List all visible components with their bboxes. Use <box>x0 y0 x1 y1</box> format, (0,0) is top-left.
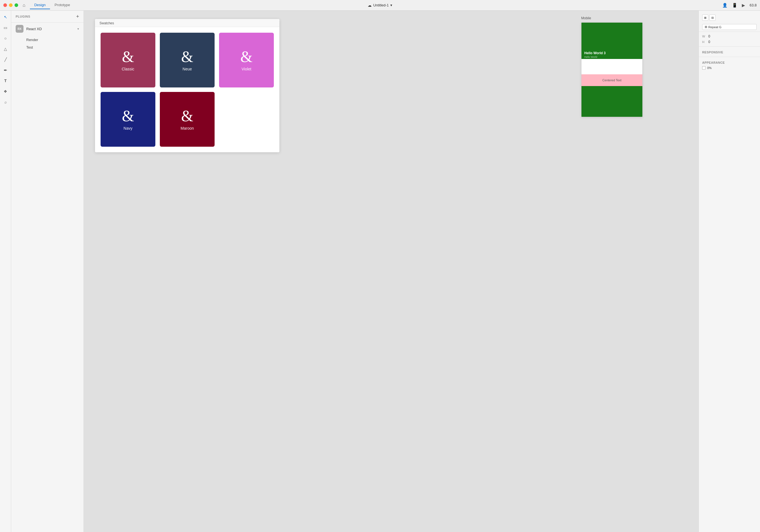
tab-prototype[interactable]: Prototype <box>50 1 74 9</box>
play-icon[interactable]: ▶ <box>742 3 745 8</box>
swatch-violet-name: Violet <box>242 67 252 71</box>
doc-title-area: ☁ Untitled-1 ▾ <box>368 3 393 8</box>
tool-panel: ↖ ▭ ○ △ ╱ ✒ T ❖ ⌕ <box>0 11 11 532</box>
swatch-maroon-name: Maroon <box>180 126 194 130</box>
divider-3 <box>699 57 760 57</box>
user-icon[interactable]: 👤 <box>722 3 728 8</box>
tabs: Design Prototype <box>30 1 74 9</box>
swatches-label: Swatches <box>95 19 279 27</box>
line-tool[interactable]: ╱ <box>3 56 9 63</box>
swatch-neue-name: Neue <box>182 67 192 71</box>
swatch-empty <box>219 92 274 147</box>
sidebar: PLUGINS + RX React XD ▾ Render Test <box>11 11 84 532</box>
swatch-navy-symbol: & <box>122 108 134 124</box>
align-left-icon[interactable]: ⊞ <box>702 15 708 21</box>
swatch-classic-symbol: & <box>122 49 134 65</box>
rectangle-tool[interactable]: ▭ <box>3 24 9 31</box>
add-plugin-button[interactable]: + <box>76 14 79 19</box>
maximize-button[interactable] <box>15 3 18 7</box>
plugin-sub-items: Render Test <box>11 35 83 52</box>
width-label: W <box>702 35 707 38</box>
titlebar: ⌂ Design Prototype ☁ Untitled-1 ▾ 👤 📱 ▶ … <box>0 0 760 11</box>
mobile-green-top: Hello World 3 Hello World <box>582 23 642 59</box>
swatch-maroon-symbol: & <box>181 108 193 124</box>
swatch-violet[interactable]: & Violet <box>219 33 274 87</box>
responsive-label: RESPONSIVE <box>699 48 760 55</box>
opacity-row: 0% <box>699 65 760 71</box>
swatch-neue-symbol: & <box>181 49 193 65</box>
height-field-row: H 0 <box>699 39 760 45</box>
mobile-white-section <box>582 59 642 74</box>
sidebar-header: PLUGINS + <box>11 11 83 23</box>
mobile-label: Mobile <box>581 16 642 20</box>
swatch-classic[interactable]: & Classic <box>101 33 155 87</box>
swatch-navy-name: Navy <box>123 126 132 130</box>
mobile-pink-section: Centered Text <box>582 74 642 86</box>
component-tool[interactable]: ❖ <box>3 88 9 94</box>
plugin-sub-test[interactable]: Test <box>11 44 83 51</box>
tab-design[interactable]: Design <box>30 1 50 9</box>
width-field-row: W 0 <box>699 33 760 39</box>
zoom-level: 63.8 <box>750 3 757 7</box>
select-tool[interactable]: ↖ <box>3 14 9 20</box>
ellipse-tool[interactable]: ○ <box>3 35 9 41</box>
doc-title: Untitled-1 <box>373 3 389 7</box>
text-tool[interactable]: T <box>3 78 9 84</box>
main-layout: ↖ ▭ ○ △ ╱ ✒ T ❖ ⌕ PLUGINS + RX React XD … <box>0 11 760 532</box>
swatches-grid: & Classic & Neue <box>95 27 279 152</box>
plugin-sub-render[interactable]: Render <box>11 36 83 44</box>
swatch-neue[interactable]: & Neue <box>160 33 214 87</box>
repeat-grid-button[interactable]: ⊞ Repeat G <box>702 24 757 30</box>
plugin-icon: RX <box>16 25 24 33</box>
search-tool[interactable]: ⌕ <box>3 99 9 105</box>
cloud-icon: ☁ <box>368 3 372 8</box>
right-panel: ⊞ ⊟ ⊞ Repeat G W 0 H 0 RESPONSIVE APPEAR… <box>698 11 760 532</box>
device-icon[interactable]: 📱 <box>732 3 737 8</box>
traffic-lights <box>3 3 18 7</box>
repeat-grid-label: Repeat G <box>708 25 722 29</box>
width-value[interactable]: 0 <box>708 34 710 38</box>
alignment-icons: ⊞ ⊟ <box>699 13 760 23</box>
opacity-value: 0% <box>707 66 712 70</box>
chevron-down-icon: ▾ <box>390 3 392 7</box>
appearance-label: APPEARANCE <box>699 59 760 65</box>
height-label: H <box>702 40 707 44</box>
canvas-area[interactable]: Swatches & Classic & <box>84 11 698 532</box>
chevron-down-icon: ▾ <box>77 27 79 31</box>
close-button[interactable] <box>3 3 7 7</box>
titlebar-right: 👤 📱 ▶ 63.8 <box>722 3 757 8</box>
triangle-tool[interactable]: △ <box>3 46 9 52</box>
mobile-frame: Hello World 3 Hello World Centered Text <box>581 23 642 117</box>
pen-tool[interactable]: ✒ <box>3 67 9 73</box>
opacity-checkbox[interactable] <box>702 66 705 70</box>
plugins-label: PLUGINS <box>16 15 30 18</box>
divider-2 <box>699 46 760 47</box>
mobile-hello-world: Hello World 3 <box>584 51 605 55</box>
repeat-grid-icon: ⊞ <box>705 25 707 29</box>
swatch-maroon[interactable]: & Maroon <box>160 92 214 147</box>
swatch-violet-symbol: & <box>240 49 253 65</box>
divider-1 <box>699 31 760 32</box>
home-button[interactable]: ⌂ <box>23 3 25 8</box>
swatch-classic-name: Classic <box>121 67 134 71</box>
mobile-centered-text: Centered Text <box>602 78 621 82</box>
mobile-preview-panel: Mobile Hello World 3 Hello World Centere… <box>581 16 642 117</box>
mobile-green-bottom <box>582 86 642 117</box>
swatch-navy[interactable]: & Navy <box>101 92 155 147</box>
swatches-panel: Swatches & Classic & <box>95 19 279 152</box>
align-right-icon[interactable]: ⊟ <box>709 15 716 21</box>
plugin-react-xd[interactable]: RX React XD ▾ <box>11 23 83 35</box>
minimize-button[interactable] <box>9 3 13 7</box>
height-value[interactable]: 0 <box>708 40 710 44</box>
mobile-hello-sub: Hello World <box>584 56 597 58</box>
plugin-name: React XD <box>26 27 74 31</box>
